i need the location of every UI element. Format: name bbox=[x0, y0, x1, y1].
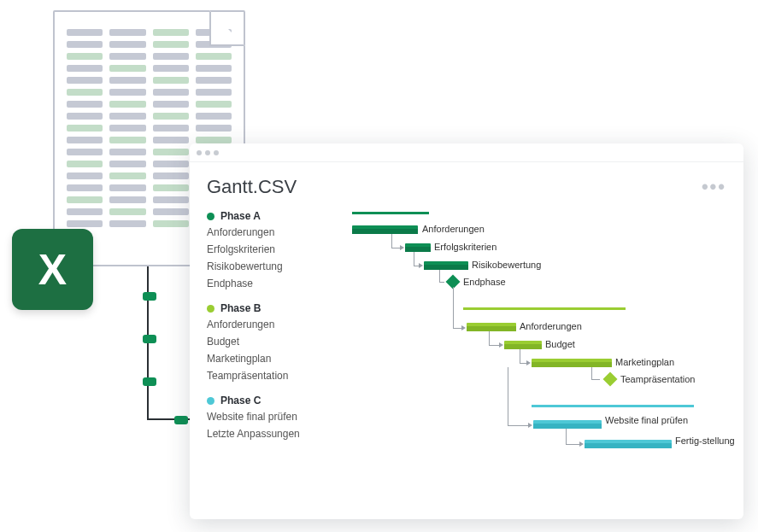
task-row[interactable]: Website final prüfen bbox=[207, 408, 352, 425]
gantt-window: Gantt.CSV ••• Phase A Anforderungen Erfo… bbox=[190, 143, 743, 519]
milestone-icon[interactable] bbox=[603, 372, 618, 387]
phase-label: Phase B bbox=[220, 302, 261, 314]
task-bar-label: Erfolgskriterien bbox=[434, 242, 497, 252]
connector-line bbox=[147, 266, 149, 420]
task-row[interactable]: Budget bbox=[207, 333, 352, 350]
summary-bar[interactable] bbox=[352, 212, 429, 214]
task-row[interactable]: Risikobewertung bbox=[207, 258, 352, 275]
gantt-chart: Anforderungen Erfolgskriterien Risikobew… bbox=[352, 207, 726, 509]
task-bar-label: Endphase bbox=[463, 277, 506, 287]
task-bar-label: Anforderungen bbox=[520, 321, 582, 331]
more-icon[interactable]: ••• bbox=[702, 176, 726, 198]
task-row[interactable]: Anforderungen bbox=[207, 224, 352, 241]
phase-header-a[interactable]: Phase A bbox=[207, 207, 352, 224]
task-row[interactable]: Endphase bbox=[207, 275, 352, 292]
task-row[interactable]: Teampräsentation bbox=[207, 367, 352, 384]
task-row[interactable]: Erfolgskriterien bbox=[207, 241, 352, 258]
connector-line bbox=[147, 418, 191, 420]
task-bar-label: Anforderungen bbox=[422, 224, 485, 234]
task-row[interactable]: Anforderungen bbox=[207, 316, 352, 333]
task-bar-label: Marketingplan bbox=[615, 357, 674, 367]
phase-bullet-icon bbox=[207, 305, 214, 313]
summary-bar[interactable] bbox=[532, 405, 694, 407]
task-bar-label: Budget bbox=[545, 339, 575, 349]
summary-bar[interactable] bbox=[463, 307, 626, 310]
phase-bullet-icon bbox=[207, 397, 214, 405]
task-row[interactable]: Letzte Anpassungen bbox=[207, 425, 352, 442]
task-bar-label: Website final prüfen bbox=[605, 415, 688, 425]
task-bar-label: Teampräsentation bbox=[620, 374, 695, 384]
task-bar-label: Risikobewertung bbox=[472, 260, 541, 270]
phase-bullet-icon bbox=[207, 213, 214, 220]
gantt-title: Gantt.CSV bbox=[207, 176, 297, 198]
phase-label: Phase A bbox=[220, 210, 261, 222]
excel-icon: X bbox=[12, 229, 93, 310]
phase-header-c[interactable]: Phase C bbox=[207, 391, 352, 408]
window-chrome bbox=[190, 143, 743, 162]
task-bar-label: Fertig-stellung bbox=[675, 436, 726, 446]
phase-label: Phase C bbox=[220, 395, 261, 406]
phase-header-b[interactable]: Phase B bbox=[207, 299, 352, 316]
task-list: Phase A Anforderungen Erfolgskriterien R… bbox=[207, 207, 352, 509]
task-row[interactable]: Marketingplan bbox=[207, 350, 352, 367]
